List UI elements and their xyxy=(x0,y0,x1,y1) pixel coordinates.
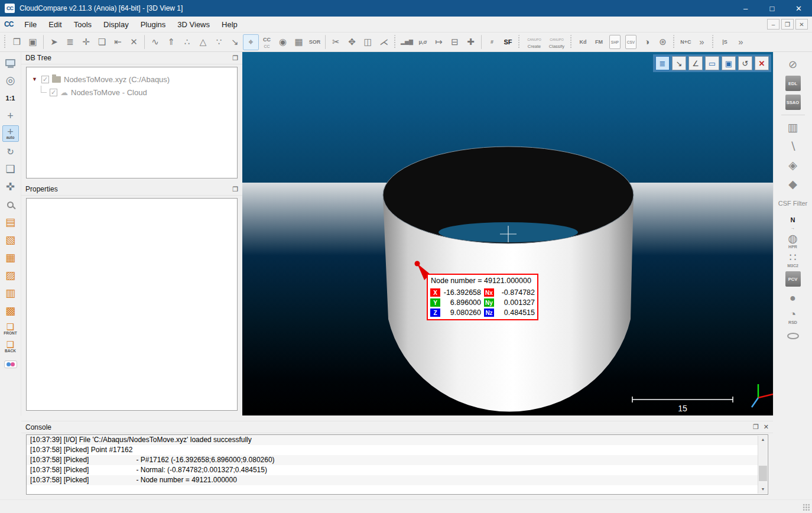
subsample-button[interactable]: ∴ xyxy=(179,34,195,50)
angle-measure-button[interactable]: ∠ xyxy=(688,56,703,70)
sphere-shading-button[interactable]: ◑ xyxy=(639,34,655,50)
zoom-fit-button[interactable] xyxy=(2,196,19,213)
m3c2-plugin-button[interactable]: ∷ M3C2 xyxy=(784,252,802,268)
translate-rotate-button[interactable]: ✛ xyxy=(78,34,94,50)
scrollbar-thumb[interactable] xyxy=(759,466,767,481)
view-front-button[interactable]: ▦ xyxy=(2,249,19,266)
mesh-button[interactable]: △ xyxy=(195,34,211,50)
sample-points-button[interactable]: ∵ xyxy=(211,34,227,50)
curve-fit-button[interactable]: ∿ xyxy=(147,34,163,50)
zoom-1-1-button[interactable]: 1:1 xyxy=(2,90,19,106)
view-back-button[interactable]: ▨ xyxy=(2,267,19,284)
sor-filter-button[interactable]: SOR xyxy=(307,34,323,50)
csf-filter-plugin-button[interactable]: CSF Filter xyxy=(778,195,808,212)
reset-button[interactable]: ↺ xyxy=(738,56,752,70)
console-row[interactable]: [10:37:58] [Picked] - Node number = 4912… xyxy=(27,475,758,485)
close-button[interactable]: ✕ xyxy=(785,0,812,17)
sf-arithmetic-button[interactable]: # xyxy=(484,34,500,50)
view-left-button[interactable]: ▥ xyxy=(2,285,19,301)
sf-interpolate-button[interactable]: SF xyxy=(500,34,516,50)
clone-button[interactable]: ❏ xyxy=(94,34,110,50)
mdi-restore-button[interactable]: ❐ xyxy=(781,19,794,30)
sra-plugin-button[interactable]: |S xyxy=(717,34,733,50)
3d-viewport[interactable]: 15 ≣↘∠▭▣↺✕ Node number = 49121.000000 xyxy=(242,52,773,415)
compass-plugin-button[interactable]: ◈ xyxy=(784,157,802,174)
close-picking-button[interactable]: ✕ xyxy=(755,56,769,70)
tree-item-label[interactable]: NodesToMove - Cloud xyxy=(71,88,147,97)
resize-grip[interactable] xyxy=(803,504,810,511)
menu-help[interactable]: Help xyxy=(216,17,243,32)
interactive-transform-button[interactable]: ✥ xyxy=(344,34,360,50)
console-row[interactable]: [10:37:58] [Picked] - Normal: (-0.874782… xyxy=(27,465,758,475)
gaussian-filter-button[interactable]: μ,σ xyxy=(415,34,431,50)
visibility-checkbox[interactable]: ✓ xyxy=(50,89,57,96)
ellipser-plugin-button[interactable] xyxy=(784,327,802,344)
save-button[interactable]: ▣ xyxy=(25,34,41,50)
menu-plugins[interactable]: Plugins xyxy=(135,17,172,32)
menu-3d-views[interactable]: 3D Views xyxy=(171,17,216,32)
stereo-3d-button[interactable] xyxy=(2,356,19,372)
point-picking-button[interactable]: ⌖ xyxy=(243,34,259,50)
float-panel-icon[interactable]: ❐ xyxy=(232,54,238,62)
delete-sf-button[interactable]: ⊟ xyxy=(447,34,463,50)
primitive-factory-button[interactable]: ◉ xyxy=(275,34,291,50)
pan-view-button[interactable]: ✜ xyxy=(2,178,19,195)
menu-edit[interactable]: Edit xyxy=(43,17,67,32)
edl-shader-button[interactable]: EDL xyxy=(784,75,802,92)
menu-file[interactable]: File xyxy=(18,17,43,32)
iso-back-view-button[interactable]: ❑ BACK xyxy=(2,338,19,355)
normals-plugin-button[interactable]: N → xyxy=(784,214,802,230)
poisson-recon-plugin-button[interactable]: ● xyxy=(784,290,802,306)
scroll-down-icon[interactable]: ▼ xyxy=(758,485,768,493)
shp-export-button[interactable]: SHP xyxy=(607,34,623,50)
point-point-distance-button[interactable]: ↘ xyxy=(672,56,686,70)
scroll-up-icon[interactable]: ▲ xyxy=(758,436,768,444)
perspective-view-button[interactable]: ❑ xyxy=(2,161,19,177)
point-list-picking-button[interactable]: ≣ xyxy=(655,56,670,70)
view-top-button[interactable]: ▤ xyxy=(2,214,19,230)
menu-tools[interactable]: Tools xyxy=(68,17,98,32)
expander-icon[interactable]: ▼ xyxy=(32,76,38,82)
pick-rotation-center-button[interactable]: + xyxy=(2,108,19,124)
tree-row-cloud[interactable]: ✓ ☁ NodesToMove - Cloud xyxy=(27,86,237,99)
normals-nc-plugin-button[interactable]: N+C xyxy=(678,34,694,50)
pivot-visibility-button[interactable]: ↻ xyxy=(2,143,19,160)
rsd-plugin-button[interactable]: ◔ RSD xyxy=(784,309,802,325)
compute-normals-button[interactable]: ⇑ xyxy=(163,34,179,50)
tree-item-label[interactable]: NodesToMove.xyz (C:/Abaqus) xyxy=(64,75,170,84)
pointer-pick-button[interactable]: ➤ xyxy=(46,34,62,50)
toolbar-overflow-button-2[interactable]: » xyxy=(733,34,749,50)
hpr-plugin-button[interactable]: ◍ HPR xyxy=(784,233,802,249)
close-panel-icon[interactable]: ✕ xyxy=(764,423,769,431)
display-options-button[interactable]: ≣ xyxy=(62,34,78,50)
rect-zone-button[interactable]: ▭ xyxy=(705,56,719,70)
picked-point-label[interactable]: Node number = 49121.000000 X -16.392658 … xyxy=(427,274,538,320)
iso-front-view-button[interactable]: ❑ FRONT xyxy=(2,320,19,337)
canupo-classify-button[interactable]: CANUPO Classify xyxy=(545,34,568,50)
view-right-button[interactable]: ▩ xyxy=(2,303,19,319)
fm-plugin-button[interactable]: FM xyxy=(591,34,607,50)
maximize-button[interactable]: □ xyxy=(759,0,785,17)
mdi-minimize-button[interactable]: – xyxy=(767,19,779,30)
delete-button[interactable]: ✕ xyxy=(126,34,142,50)
display-fullscreen-button[interactable] xyxy=(2,54,19,71)
cross-section-button[interactable]: ◫ xyxy=(360,34,376,50)
cloud-cloud-distance-button[interactable]: CC CC xyxy=(259,34,275,50)
minimize-button[interactable]: – xyxy=(732,0,759,17)
apply-transform-button[interactable]: ⇤ xyxy=(110,34,126,50)
no-shader-button[interactable]: ⊘ xyxy=(784,56,802,73)
broom-plugin-button[interactable]: ∖ xyxy=(784,138,802,155)
screenshot-button[interactable]: ◎ xyxy=(2,72,19,89)
canupo-create-button[interactable]: CANUPO Create xyxy=(523,34,545,50)
sf-gradient-button[interactable]: ↦ xyxy=(431,34,447,50)
histogram-button[interactable]: ▂▅▇ xyxy=(399,34,415,50)
open-button[interactable]: ❒ xyxy=(9,34,25,50)
animation-plugin-button[interactable]: ▥ xyxy=(784,119,802,136)
visibility-checkbox[interactable]: ✓ xyxy=(41,76,49,83)
segment-button[interactable]: ✂ xyxy=(328,34,344,50)
console-row[interactable]: [10:37:58] [Picked] - P#17162 (-16.39265… xyxy=(27,455,758,465)
view-bottom-button[interactable]: ▧ xyxy=(2,232,19,248)
density-button[interactable]: ▦ xyxy=(291,34,307,50)
mdi-close-button[interactable]: ✕ xyxy=(795,19,808,30)
tree-row-file[interactable]: ▼ ✓ NodesToMove.xyz (C:/Abaqus) xyxy=(27,73,237,86)
